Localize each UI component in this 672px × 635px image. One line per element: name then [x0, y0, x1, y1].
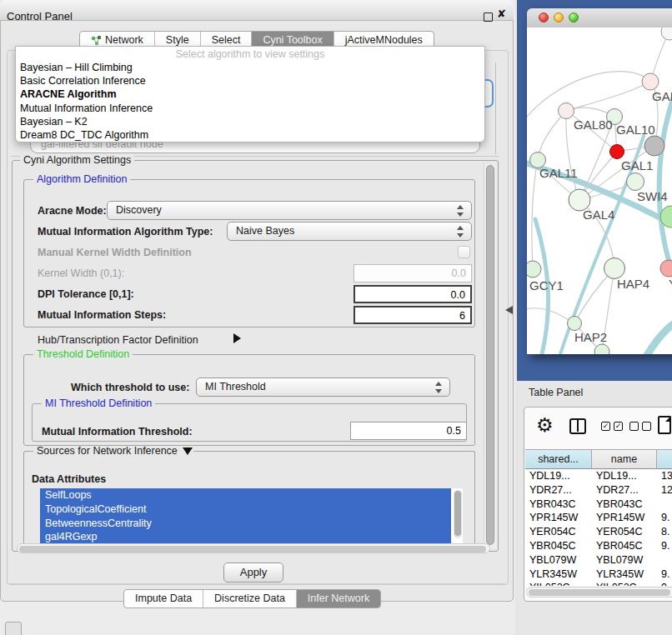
column-layout-icon[interactable] — [569, 418, 586, 434]
table-cell[interactable] — [657, 498, 672, 512]
table-cell[interactable]: 9 — [657, 581, 672, 586]
table-cell[interactable]: YBL079W — [525, 553, 592, 568]
close-icon[interactable]: ✘ — [497, 8, 506, 20]
table-cell[interactable]: 9. — [657, 568, 672, 582]
network-node[interactable] — [594, 344, 609, 354]
network-node[interactable] — [559, 103, 574, 119]
table-cell[interactable]: 9. — [657, 539, 672, 553]
kernel-width-field[interactable]: 0.0 — [354, 264, 472, 282]
column-header[interactable]: shared... — [525, 449, 592, 469]
mi-threshold-field[interactable]: 0.5 — [350, 422, 467, 440]
table-row[interactable]: YDL19...YDL19...13 — [525, 469, 672, 483]
manual-kernel-checkbox[interactable] — [458, 246, 470, 258]
table-cell[interactable]: YIL052C — [525, 581, 592, 586]
table-cell[interactable]: 13 — [657, 469, 672, 483]
minimize-traffic-icon[interactable] — [554, 12, 564, 22]
table-cell[interactable]: 12 — [657, 483, 672, 498]
network-node[interactable] — [527, 261, 541, 278]
table-row[interactable]: YLR345WYLR345W9. — [525, 568, 672, 582]
data-attribute-item[interactable]: gal4RGexp — [40, 530, 451, 544]
select-all-checks-icon[interactable]: ✓✓ — [601, 422, 623, 431]
expander-arrow-icon[interactable] — [233, 333, 241, 343]
which-threshold-label: Which threshold to use: — [71, 382, 189, 393]
table-cell[interactable]: YDL19... — [592, 469, 657, 483]
algorithm-option-basic-correlation-inference[interactable]: Basic Correlation Inference — [16, 74, 484, 88]
table-cell[interactable]: 8. — [657, 525, 672, 539]
table-cell[interactable]: YDR27... — [525, 483, 592, 498]
table-cell[interactable]: 9. — [657, 511, 672, 525]
network-window-titlebar[interactable] — [527, 8, 672, 28]
table-cell[interactable] — [657, 553, 672, 568]
settings-hscrollbar[interactable] — [17, 543, 490, 553]
apply-button[interactable]: Apply — [223, 562, 283, 582]
network-node[interactable] — [661, 28, 672, 40]
new-file-icon[interactable] — [658, 416, 671, 434]
data-attributes-list[interactable]: SelfLoopsTopologicalCoefficientBetweenne… — [40, 488, 463, 545]
table-cell[interactable]: YER054C — [525, 525, 592, 539]
settings-scrollbar[interactable] — [484, 163, 496, 548]
table-cell[interactable]: YLR345W — [525, 568, 592, 582]
network-node[interactable] — [627, 173, 644, 191]
table-cell[interactable]: YLR345W — [592, 568, 657, 582]
aracne-mode-combo[interactable]: Discovery — [107, 201, 472, 220]
bottom-tab-impute-data[interactable]: Impute Data — [124, 590, 203, 608]
mouse-cursor — [505, 306, 513, 314]
table-row[interactable]: YBL079WYBL079W — [525, 553, 672, 568]
network-node[interactable] — [568, 317, 582, 331]
table-row[interactable]: YBR045CYBR045C9. — [525, 539, 672, 553]
table-cell[interactable]: YER054C — [592, 525, 657, 539]
table-cell[interactable]: YBR043C — [525, 498, 592, 512]
network-node[interactable] — [604, 258, 625, 279]
which-threshold-combo[interactable]: MI Threshold — [196, 378, 450, 397]
algorithm-option-aracne-algorithm[interactable]: ARACNE Algorithm — [16, 88, 484, 101]
list-scrollbar[interactable] — [454, 490, 462, 538]
table-row[interactable]: YPR145WYPR145W9. — [525, 511, 672, 525]
table-cell[interactable]: YPR145W — [592, 511, 657, 525]
table-cell[interactable]: YIL052C — [592, 581, 657, 586]
algorithm-option-mutual-information-inference[interactable]: Mutual Information Inference — [16, 102, 484, 115]
gear-icon[interactable]: ⚙ — [536, 414, 554, 437]
table-cell[interactable]: YBR043C — [592, 498, 657, 512]
algorithm-option-bayesian-hill-climbing[interactable]: Bayesian – Hill Climbing — [16, 61, 484, 74]
mi-type-combo[interactable]: Naive Bayes — [227, 222, 472, 241]
table-cell[interactable]: YBR045C — [525, 539, 592, 553]
table-cell[interactable]: YDL19... — [525, 469, 592, 483]
table-cell[interactable]: YPR145W — [525, 511, 592, 525]
data-attribute-item[interactable]: TopologicalCoefficient — [40, 502, 451, 517]
table-hscrollbar[interactable] — [526, 587, 672, 598]
network-canvas[interactable]: GALGAL80GAL10GAL11GAL1SWI4GAL4GCY1HAP4YH… — [527, 28, 672, 354]
sources-group-title[interactable]: Sources for Network Inference — [33, 446, 193, 457]
table-row[interactable]: YER054CYER054C8. — [525, 525, 672, 539]
network-view-window[interactable]: GALGAL80GAL10GAL11GAL1SWI4GAL4GCY1HAP4YH… — [527, 8, 672, 354]
dpi-tolerance-field[interactable]: 0.0 — [354, 285, 472, 303]
column-header[interactable]: name — [592, 449, 657, 469]
data-attribute-item[interactable]: BetweennessCentrality — [40, 517, 451, 531]
algorithm-option-dream8-dc-tdc-algorithm[interactable]: Dream8 DC_TDC Algorithm — [16, 128, 484, 142]
table-cell[interactable]: YBL079W — [592, 553, 657, 568]
mi-steps-field[interactable]: 6 — [354, 306, 472, 324]
network-node[interactable] — [644, 136, 664, 156]
float-window-icon[interactable] — [484, 12, 493, 22]
control-panel-titlebar[interactable] — [0, 0, 514, 21]
column-header[interactable] — [657, 449, 672, 469]
table-row[interactable]: YBR043CYBR043C — [525, 498, 672, 512]
data-attribute-item[interactable]: SelfLoops — [40, 488, 451, 502]
bottom-tab-discretize-data[interactable]: Discretize Data — [203, 590, 297, 608]
algorithm-option-bayesian-k2[interactable]: Bayesian – K2 — [16, 115, 484, 128]
table-cell[interactable]: YDR27... — [592, 483, 657, 498]
maximize-traffic-icon[interactable] — [569, 12, 579, 22]
settings-group-title: Cyni Algorithm Settings — [20, 155, 134, 166]
table-row[interactable]: YIL052CYIL052C9 — [525, 581, 672, 586]
bottom-tab-infer-network[interactable]: Infer Network — [297, 590, 380, 608]
network-node[interactable] — [610, 145, 624, 159]
table-row[interactable]: YDR27...YDR27...12 — [525, 483, 672, 498]
close-traffic-icon[interactable] — [539, 12, 549, 22]
table-cell[interactable]: YBR045C — [592, 539, 657, 553]
collapse-arrow-icon[interactable] — [183, 448, 193, 455]
hub-definition-expander[interactable]: Hub/Transcription Factor Definition — [38, 334, 198, 346]
dpi-tolerance-label: DPI Tolerance [0,1]: — [38, 288, 134, 300]
minimized-panel-icon[interactable] — [5, 622, 22, 635]
network-node[interactable] — [660, 260, 672, 277]
network-node[interactable] — [642, 73, 659, 90]
deselect-all-checks-icon[interactable] — [629, 422, 651, 431]
